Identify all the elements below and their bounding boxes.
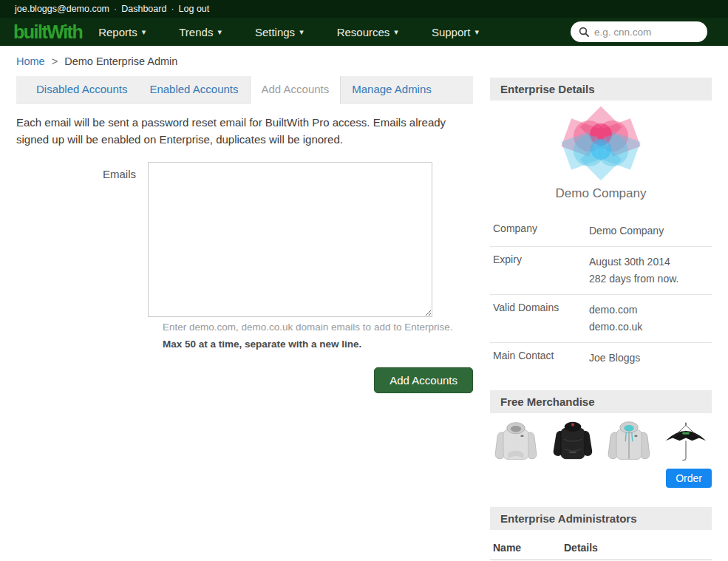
details-value: Joe Bloggs xyxy=(589,350,709,367)
enterprise-details-table: Company Demo Company Expiry August 30th … xyxy=(490,216,712,374)
company-name: Demo Company xyxy=(490,186,712,201)
emails-label: Emails xyxy=(16,162,148,317)
name-column-header: Name xyxy=(493,542,564,554)
tab-add-accounts[interactable]: Add Accounts xyxy=(250,76,341,104)
top-utility-bar: joe.bloggs@demo.com · Dashboard · Log ou… xyxy=(0,0,728,18)
emails-textarea[interactable] xyxy=(148,162,432,317)
caret-down-icon: ▾ xyxy=(142,27,146,37)
caret-down-icon: ▾ xyxy=(474,27,479,37)
account-email-link[interactable]: joe.bloggs@demo.com xyxy=(15,4,109,14)
logout-link[interactable]: Log out xyxy=(179,4,210,14)
add-accounts-button[interactable]: Add Accounts xyxy=(374,367,473,393)
merchandise-row xyxy=(490,418,712,467)
builtwith-logo[interactable]: builtWith xyxy=(13,18,82,46)
main-navbar: builtWith Reports ▾ Trends ▾ Settings ▾ … xyxy=(0,18,728,46)
zip-hoodie-image xyxy=(603,418,655,467)
details-label: Company xyxy=(493,222,589,239)
nav-item-settings[interactable]: Settings ▾ xyxy=(255,26,304,38)
free-merchandise-header: Free Merchandise xyxy=(490,390,712,413)
nav-item-support[interactable]: Support ▾ xyxy=(432,26,479,38)
account-tabs: Disabled Accounts Enabled Accounts Add A… xyxy=(16,76,473,103)
nav-menu: Reports ▾ Trends ▾ Settings ▾ Resources … xyxy=(98,26,512,38)
tab-manage-admins[interactable]: Manage Admins xyxy=(341,76,443,103)
enterprise-administrators-header: Enterprise Administrators xyxy=(490,507,712,530)
emails-help-text: Enter demo.com, demo.co.uk domain emails… xyxy=(163,322,473,333)
tab-enabled-accounts[interactable]: Enabled Accounts xyxy=(138,76,249,103)
details-value: Demo Company xyxy=(589,222,709,239)
intro-text: Each email will be sent a password reset… xyxy=(16,114,473,149)
nav-item-label: Resources xyxy=(337,26,390,38)
details-value: demo.com xyxy=(589,302,709,319)
search-icon xyxy=(579,27,589,37)
caret-down-icon: ▾ xyxy=(299,27,304,37)
breadcrumb: Home > Demo Enterprise Admin xyxy=(16,55,712,67)
caret-down-icon: ▾ xyxy=(394,27,398,37)
details-row-expiry: Expiry August 30th 2014 282 days from no… xyxy=(490,247,712,295)
details-value: August 30th 2014 xyxy=(589,254,709,271)
nav-item-label: Trends xyxy=(179,26,213,38)
details-value: demo.co.uk xyxy=(589,319,709,336)
details-column-header: Details xyxy=(564,542,598,554)
breadcrumb-separator: > xyxy=(52,55,58,67)
details-label: Expiry xyxy=(493,254,589,288)
site-search xyxy=(571,21,707,42)
separator-dot: · xyxy=(171,4,174,14)
separator-dot: · xyxy=(114,4,117,14)
breadcrumb-current: Demo Enterprise Admin xyxy=(64,55,177,67)
emails-limit-text: Max 50 at a time, separate with a new li… xyxy=(163,339,473,350)
details-label: Main Contact xyxy=(493,350,589,367)
administrators-table: Name Details Joe Bloggs joe.bloggs@demo.… xyxy=(490,542,712,561)
sidebar: Enterprise Details xyxy=(490,76,712,561)
grey-hoodie-image xyxy=(490,418,542,467)
emails-form-row: Emails xyxy=(16,162,473,317)
details-value: 282 days from now. xyxy=(589,271,709,288)
nav-item-label: Support xyxy=(432,26,471,38)
nav-item-reports[interactable]: Reports ▾ xyxy=(98,26,146,38)
umbrella-image xyxy=(660,418,712,467)
nav-item-resources[interactable]: Resources ▾ xyxy=(337,26,398,38)
caret-down-icon: ▾ xyxy=(217,27,222,37)
tab-disabled-accounts[interactable]: Disabled Accounts xyxy=(25,76,138,103)
administrators-table-header: Name Details xyxy=(490,542,712,560)
company-logo xyxy=(545,106,656,182)
details-row-company: Company Demo Company xyxy=(490,216,712,247)
breadcrumb-home-link[interactable]: Home xyxy=(16,55,45,67)
page-content: Home > Demo Enterprise Admin Disabled Ac… xyxy=(0,55,728,561)
search-input[interactable] xyxy=(594,27,700,38)
order-button[interactable]: Order xyxy=(666,469,712,488)
black-jacket-image xyxy=(547,418,599,467)
details-row-contact: Main Contact Joe Bloggs xyxy=(490,343,712,373)
nav-item-trends[interactable]: Trends ▾ xyxy=(179,26,222,38)
main-column: Disabled Accounts Enabled Accounts Add A… xyxy=(16,76,473,393)
nav-item-label: Settings xyxy=(255,26,295,38)
details-row-domains: Valid Domains demo.com demo.co.uk xyxy=(490,295,712,343)
dashboard-link[interactable]: Dashboard xyxy=(121,4,166,14)
company-logo-wrap xyxy=(490,101,712,185)
enterprise-details-header: Enterprise Details xyxy=(490,78,712,101)
details-label: Valid Domains xyxy=(493,302,589,336)
nav-item-label: Reports xyxy=(98,26,137,38)
